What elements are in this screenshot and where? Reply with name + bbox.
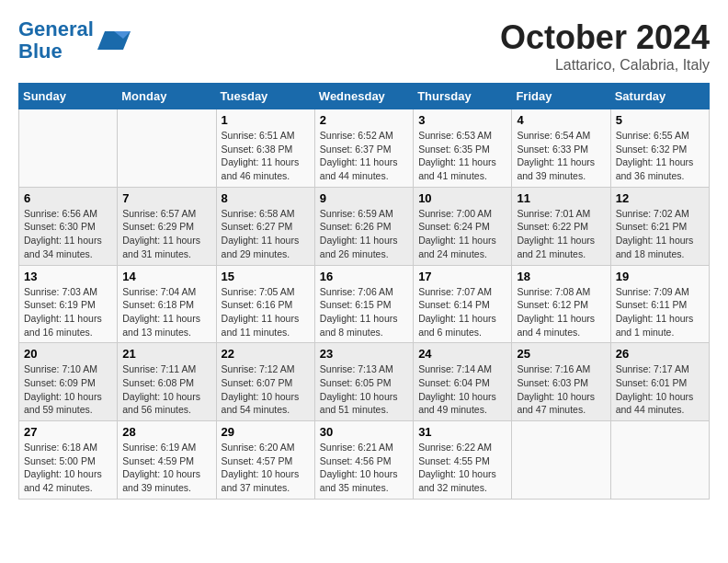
logo-icon [97,28,131,53]
day-info: Sunrise: 7:04 AM Sunset: 6:18 PM Dayligh… [122,285,210,339]
day-info: Sunrise: 7:11 AM Sunset: 6:08 PM Dayligh… [122,362,210,417]
day-info: Sunrise: 7:14 AM Sunset: 6:04 PM Dayligh… [418,362,506,417]
day-number: 6 [24,191,112,205]
day-info: Sunrise: 7:00 AM Sunset: 6:24 PM Dayligh… [418,207,506,261]
day-number: 8 [222,191,310,205]
calendar-cell: 16Sunrise: 7:06 AM Sunset: 6:15 PM Dayli… [314,265,413,343]
calendar-cell [118,109,216,188]
logo-line2: Blue [18,40,63,63]
day-number: 16 [320,270,408,283]
day-info: Sunrise: 6:20 AM Sunset: 4:57 PM Dayligh… [222,441,310,495]
day-header-saturday: Saturday [610,84,709,109]
day-number: 9 [320,191,408,205]
title-block: October 2024 Lattarico, Calabria, Italy [500,18,710,74]
day-info: Sunrise: 7:16 AM Sunset: 6:03 PM Dayligh… [517,362,605,417]
calendar-week-row: 13Sunrise: 7:03 AM Sunset: 6:19 PM Dayli… [19,265,710,343]
calendar-cell: 7Sunrise: 6:57 AM Sunset: 6:29 PM Daylig… [118,187,216,265]
calendar-cell: 21Sunrise: 7:11 AM Sunset: 6:08 PM Dayli… [118,343,216,421]
day-info: Sunrise: 7:03 AM Sunset: 6:19 PM Dayligh… [24,285,112,339]
day-number: 5 [616,113,704,127]
day-number: 12 [616,191,704,205]
calendar-cell: 28Sunrise: 6:19 AM Sunset: 4:59 PM Dayli… [118,421,216,500]
logo-text: General Blue [18,18,94,63]
day-header-friday: Friday [512,84,610,109]
day-header-wednesday: Wednesday [314,84,413,109]
day-number: 4 [517,113,605,127]
day-number: 3 [418,113,506,127]
day-number: 25 [517,347,605,361]
day-info: Sunrise: 6:22 AM Sunset: 4:55 PM Dayligh… [418,441,506,495]
day-info: Sunrise: 6:21 AM Sunset: 4:56 PM Dayligh… [320,441,408,495]
calendar-cell: 31Sunrise: 6:22 AM Sunset: 4:55 PM Dayli… [414,421,512,500]
calendar-cell: 23Sunrise: 7:13 AM Sunset: 6:05 PM Dayli… [314,343,413,421]
calendar-cell: 9Sunrise: 6:59 AM Sunset: 6:26 PM Daylig… [314,187,413,265]
calendar-cell [19,109,118,188]
day-info: Sunrise: 6:57 AM Sunset: 6:29 PM Dayligh… [122,207,210,261]
calendar-cell: 15Sunrise: 7:05 AM Sunset: 6:16 PM Dayli… [216,265,314,343]
calendar-week-row: 6Sunrise: 6:56 AM Sunset: 6:30 PM Daylig… [19,187,710,265]
day-info: Sunrise: 6:56 AM Sunset: 6:30 PM Dayligh… [24,207,112,261]
calendar-cell [610,421,709,500]
calendar-cell: 3Sunrise: 6:53 AM Sunset: 6:35 PM Daylig… [414,109,512,188]
day-info: Sunrise: 7:17 AM Sunset: 6:01 PM Dayligh… [616,362,704,417]
calendar-cell: 18Sunrise: 7:08 AM Sunset: 6:12 PM Dayli… [512,265,610,343]
month-year-title: October 2024 [500,18,710,57]
day-info: Sunrise: 7:01 AM Sunset: 6:22 PM Dayligh… [517,207,605,261]
calendar-cell: 19Sunrise: 7:09 AM Sunset: 6:11 PM Dayli… [610,265,709,343]
day-info: Sunrise: 6:19 AM Sunset: 4:59 PM Dayligh… [122,441,210,495]
calendar-table: SundayMondayTuesdayWednesdayThursdayFrid… [18,83,710,500]
calendar-cell [512,421,610,500]
day-header-monday: Monday [118,84,216,109]
calendar-cell: 25Sunrise: 7:16 AM Sunset: 6:03 PM Dayli… [512,343,610,421]
day-info: Sunrise: 6:58 AM Sunset: 6:27 PM Dayligh… [222,207,310,261]
day-info: Sunrise: 7:02 AM Sunset: 6:21 PM Dayligh… [616,207,704,261]
day-number: 14 [122,270,210,283]
calendar-cell: 12Sunrise: 7:02 AM Sunset: 6:21 PM Dayli… [610,187,709,265]
day-number: 17 [418,270,506,283]
day-info: Sunrise: 7:10 AM Sunset: 6:09 PM Dayligh… [24,362,112,417]
day-number: 24 [418,347,506,361]
calendar-cell: 1Sunrise: 6:51 AM Sunset: 6:38 PM Daylig… [216,109,314,188]
day-info: Sunrise: 7:12 AM Sunset: 6:07 PM Dayligh… [222,362,310,417]
day-number: 21 [122,347,210,361]
calendar-cell: 10Sunrise: 7:00 AM Sunset: 6:24 PM Dayli… [414,187,512,265]
day-number: 23 [320,347,408,361]
day-number: 31 [418,425,506,439]
day-info: Sunrise: 7:05 AM Sunset: 6:16 PM Dayligh… [222,285,310,339]
calendar-cell: 5Sunrise: 6:55 AM Sunset: 6:32 PM Daylig… [610,109,709,188]
day-number: 26 [616,347,704,361]
day-info: Sunrise: 6:54 AM Sunset: 6:33 PM Dayligh… [517,129,605,183]
day-number: 30 [320,425,408,439]
day-number: 20 [24,347,112,361]
day-number: 27 [24,425,112,439]
day-number: 22 [222,347,310,361]
calendar-week-row: 1Sunrise: 6:51 AM Sunset: 6:38 PM Daylig… [19,109,710,188]
page-header: General Blue October 2024 Lattarico, Cal… [18,18,710,74]
calendar-cell: 17Sunrise: 7:07 AM Sunset: 6:14 PM Dayli… [414,265,512,343]
calendar-cell: 26Sunrise: 7:17 AM Sunset: 6:01 PM Dayli… [610,343,709,421]
calendar-cell: 6Sunrise: 6:56 AM Sunset: 6:30 PM Daylig… [19,187,118,265]
day-number: 28 [122,425,210,439]
calendar-cell: 22Sunrise: 7:12 AM Sunset: 6:07 PM Dayli… [216,343,314,421]
day-number: 7 [122,191,210,205]
calendar-cell: 2Sunrise: 6:52 AM Sunset: 6:37 PM Daylig… [314,109,413,188]
calendar-cell: 27Sunrise: 6:18 AM Sunset: 5:00 PM Dayli… [19,421,118,500]
day-number: 11 [517,191,605,205]
day-header-tuesday: Tuesday [216,84,314,109]
calendar-cell: 8Sunrise: 6:58 AM Sunset: 6:27 PM Daylig… [216,187,314,265]
day-header-thursday: Thursday [414,84,512,109]
logo-line1: General [18,17,94,40]
day-number: 1 [222,113,310,127]
calendar-week-row: 27Sunrise: 6:18 AM Sunset: 5:00 PM Dayli… [19,421,710,500]
calendar-cell: 24Sunrise: 7:14 AM Sunset: 6:04 PM Dayli… [414,343,512,421]
day-info: Sunrise: 7:13 AM Sunset: 6:05 PM Dayligh… [320,362,408,417]
calendar-cell: 30Sunrise: 6:21 AM Sunset: 4:56 PM Dayli… [314,421,413,500]
day-number: 13 [24,270,112,283]
day-info: Sunrise: 6:53 AM Sunset: 6:35 PM Dayligh… [418,129,506,183]
day-info: Sunrise: 7:06 AM Sunset: 6:15 PM Dayligh… [320,285,408,339]
day-number: 29 [222,425,310,439]
calendar-header-row: SundayMondayTuesdayWednesdayThursdayFrid… [19,84,710,109]
day-number: 10 [418,191,506,205]
calendar-cell: 20Sunrise: 7:10 AM Sunset: 6:09 PM Dayli… [19,343,118,421]
calendar-cell: 13Sunrise: 7:03 AM Sunset: 6:19 PM Dayli… [19,265,118,343]
